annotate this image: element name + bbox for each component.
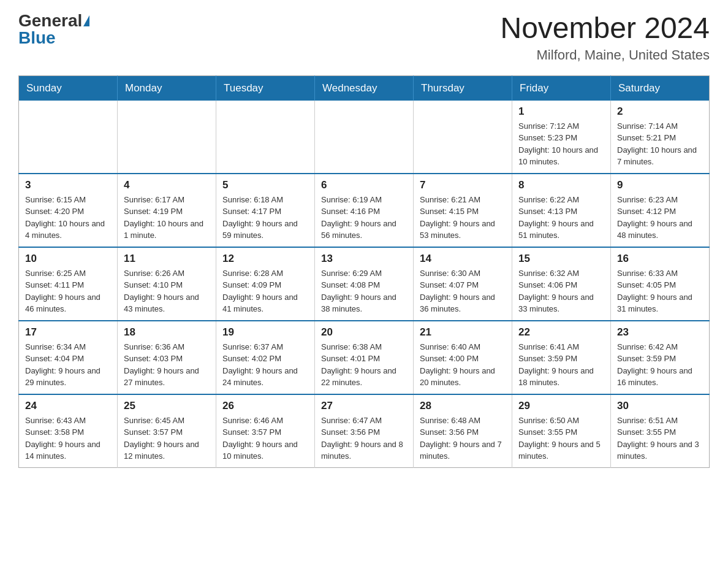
day-number: 18 xyxy=(124,326,210,339)
day-number: 30 xyxy=(617,400,703,412)
day-info: Sunrise: 6:45 AMSunset: 3:57 PMDaylight:… xyxy=(124,415,210,462)
calendar-cell: 22Sunrise: 6:41 AMSunset: 3:59 PMDayligh… xyxy=(512,321,611,394)
day-number: 17 xyxy=(25,326,111,339)
day-number: 22 xyxy=(518,326,604,339)
calendar-cell: 11Sunrise: 6:26 AMSunset: 4:10 PMDayligh… xyxy=(118,247,216,321)
logo-triangle-icon xyxy=(83,15,89,26)
weekday-header-saturday: Saturday xyxy=(611,75,710,101)
day-info: Sunrise: 6:17 AMSunset: 4:19 PMDaylight:… xyxy=(124,194,210,242)
calendar-cell: 15Sunrise: 6:32 AMSunset: 4:06 PMDayligh… xyxy=(512,247,611,321)
day-number: 5 xyxy=(222,179,308,191)
calendar-cell: 29Sunrise: 6:50 AMSunset: 3:55 PMDayligh… xyxy=(512,394,611,468)
day-number: 20 xyxy=(321,326,407,339)
calendar-cell: 1Sunrise: 7:12 AMSunset: 5:23 PMDaylight… xyxy=(512,101,611,174)
calendar-cell: 13Sunrise: 6:29 AMSunset: 4:08 PMDayligh… xyxy=(315,247,414,321)
weekday-header-friday: Friday xyxy=(512,75,611,101)
day-info: Sunrise: 6:40 AMSunset: 4:00 PMDaylight:… xyxy=(420,341,506,389)
day-info: Sunrise: 6:47 AMSunset: 3:56 PMDaylight:… xyxy=(321,415,407,462)
day-number: 13 xyxy=(321,253,407,265)
calendar-cell: 8Sunrise: 6:22 AMSunset: 4:13 PMDaylight… xyxy=(512,174,611,247)
day-number: 12 xyxy=(222,253,308,265)
calendar-cell: 25Sunrise: 6:45 AMSunset: 3:57 PMDayligh… xyxy=(118,394,216,468)
calendar-cell: 21Sunrise: 6:40 AMSunset: 4:00 PMDayligh… xyxy=(414,321,512,394)
weekday-header-thursday: Thursday xyxy=(414,75,512,101)
day-info: Sunrise: 7:12 AMSunset: 5:23 PMDaylight:… xyxy=(518,120,604,168)
calendar-cell: 6Sunrise: 6:19 AMSunset: 4:16 PMDaylight… xyxy=(315,174,414,247)
calendar-week-2: 3Sunrise: 6:15 AMSunset: 4:20 PMDaylight… xyxy=(19,174,710,247)
day-info: Sunrise: 6:15 AMSunset: 4:20 PMDaylight:… xyxy=(25,194,111,242)
day-number: 16 xyxy=(617,253,703,265)
day-info: Sunrise: 7:14 AMSunset: 5:21 PMDaylight:… xyxy=(617,120,703,168)
day-number: 4 xyxy=(124,179,210,191)
day-number: 23 xyxy=(617,326,703,339)
day-number: 11 xyxy=(124,253,210,265)
day-info: Sunrise: 6:21 AMSunset: 4:15 PMDaylight:… xyxy=(420,194,506,242)
day-number: 19 xyxy=(222,326,308,339)
calendar-cell: 7Sunrise: 6:21 AMSunset: 4:15 PMDaylight… xyxy=(414,174,512,247)
day-info: Sunrise: 6:36 AMSunset: 4:03 PMDaylight:… xyxy=(124,341,210,389)
day-info: Sunrise: 6:37 AMSunset: 4:02 PMDaylight:… xyxy=(222,341,308,389)
day-number: 25 xyxy=(124,400,210,412)
day-number: 3 xyxy=(25,179,111,191)
day-info: Sunrise: 6:32 AMSunset: 4:06 PMDaylight:… xyxy=(518,267,604,315)
calendar-table: SundayMondayTuesdayWednesdayThursdayFrid… xyxy=(18,75,710,468)
calendar-cell xyxy=(315,101,414,174)
calendar-cell: 24Sunrise: 6:43 AMSunset: 3:58 PMDayligh… xyxy=(19,394,118,468)
day-info: Sunrise: 6:42 AMSunset: 3:59 PMDaylight:… xyxy=(617,341,703,389)
day-info: Sunrise: 6:48 AMSunset: 3:56 PMDaylight:… xyxy=(420,415,506,462)
day-number: 9 xyxy=(617,179,703,191)
day-number: 10 xyxy=(25,253,111,265)
calendar-cell xyxy=(216,101,315,174)
calendar-week-5: 24Sunrise: 6:43 AMSunset: 3:58 PMDayligh… xyxy=(19,394,710,468)
calendar-week-4: 17Sunrise: 6:34 AMSunset: 4:04 PMDayligh… xyxy=(19,321,710,394)
title-block: November 2024 Milford, Maine, United Sta… xyxy=(500,12,710,63)
calendar-cell: 27Sunrise: 6:47 AMSunset: 3:56 PMDayligh… xyxy=(315,394,414,468)
day-info: Sunrise: 6:41 AMSunset: 3:59 PMDaylight:… xyxy=(518,341,604,389)
calendar-cell: 2Sunrise: 7:14 AMSunset: 5:21 PMDaylight… xyxy=(611,101,710,174)
calendar-week-1: 1Sunrise: 7:12 AMSunset: 5:23 PMDaylight… xyxy=(19,101,710,174)
logo-general-text: General xyxy=(18,12,82,29)
calendar-cell: 18Sunrise: 6:36 AMSunset: 4:03 PMDayligh… xyxy=(118,321,216,394)
day-number: 29 xyxy=(518,400,604,412)
weekday-header-tuesday: Tuesday xyxy=(216,75,315,101)
page-header: General Blue November 2024 Milford, Main… xyxy=(18,12,710,63)
logo: General Blue xyxy=(18,12,89,47)
calendar-cell: 9Sunrise: 6:23 AMSunset: 4:12 PMDaylight… xyxy=(611,174,710,247)
day-info: Sunrise: 6:22 AMSunset: 4:13 PMDaylight:… xyxy=(518,194,604,242)
calendar-cell: 4Sunrise: 6:17 AMSunset: 4:19 PMDaylight… xyxy=(118,174,216,247)
day-info: Sunrise: 6:46 AMSunset: 3:57 PMDaylight:… xyxy=(222,415,308,462)
day-info: Sunrise: 6:25 AMSunset: 4:11 PMDaylight:… xyxy=(25,267,111,315)
calendar-cell: 12Sunrise: 6:28 AMSunset: 4:09 PMDayligh… xyxy=(216,247,315,321)
day-info: Sunrise: 6:29 AMSunset: 4:08 PMDaylight:… xyxy=(321,267,407,315)
day-number: 27 xyxy=(321,400,407,412)
calendar-cell: 10Sunrise: 6:25 AMSunset: 4:11 PMDayligh… xyxy=(19,247,118,321)
calendar-cell: 5Sunrise: 6:18 AMSunset: 4:17 PMDaylight… xyxy=(216,174,315,247)
day-number: 8 xyxy=(518,179,604,191)
calendar-cell: 28Sunrise: 6:48 AMSunset: 3:56 PMDayligh… xyxy=(414,394,512,468)
day-info: Sunrise: 6:26 AMSunset: 4:10 PMDaylight:… xyxy=(124,267,210,315)
calendar-cell: 16Sunrise: 6:33 AMSunset: 4:05 PMDayligh… xyxy=(611,247,710,321)
day-info: Sunrise: 6:34 AMSunset: 4:04 PMDaylight:… xyxy=(25,341,111,389)
day-info: Sunrise: 6:19 AMSunset: 4:16 PMDaylight:… xyxy=(321,194,407,242)
calendar-cell: 14Sunrise: 6:30 AMSunset: 4:07 PMDayligh… xyxy=(414,247,512,321)
day-info: Sunrise: 6:43 AMSunset: 3:58 PMDaylight:… xyxy=(25,415,111,462)
calendar-cell: 17Sunrise: 6:34 AMSunset: 4:04 PMDayligh… xyxy=(19,321,118,394)
day-number: 26 xyxy=(222,400,308,412)
day-info: Sunrise: 6:33 AMSunset: 4:05 PMDaylight:… xyxy=(617,267,703,315)
calendar-header-row: SundayMondayTuesdayWednesdayThursdayFrid… xyxy=(19,75,710,101)
day-number: 7 xyxy=(420,179,506,191)
calendar-cell: 26Sunrise: 6:46 AMSunset: 3:57 PMDayligh… xyxy=(216,394,315,468)
day-info: Sunrise: 6:51 AMSunset: 3:55 PMDaylight:… xyxy=(617,415,703,462)
weekday-header-wednesday: Wednesday xyxy=(315,75,414,101)
day-number: 1 xyxy=(518,105,604,118)
month-year-title: November 2024 xyxy=(500,12,710,45)
weekday-header-sunday: Sunday xyxy=(19,75,118,101)
calendar-cell: 23Sunrise: 6:42 AMSunset: 3:59 PMDayligh… xyxy=(611,321,710,394)
calendar-cell xyxy=(19,101,118,174)
calendar-cell: 3Sunrise: 6:15 AMSunset: 4:20 PMDaylight… xyxy=(19,174,118,247)
calendar-cell: 20Sunrise: 6:38 AMSunset: 4:01 PMDayligh… xyxy=(315,321,414,394)
day-number: 6 xyxy=(321,179,407,191)
location-subtitle: Milford, Maine, United States xyxy=(500,47,710,63)
day-number: 2 xyxy=(617,105,703,118)
day-info: Sunrise: 6:28 AMSunset: 4:09 PMDaylight:… xyxy=(222,267,308,315)
